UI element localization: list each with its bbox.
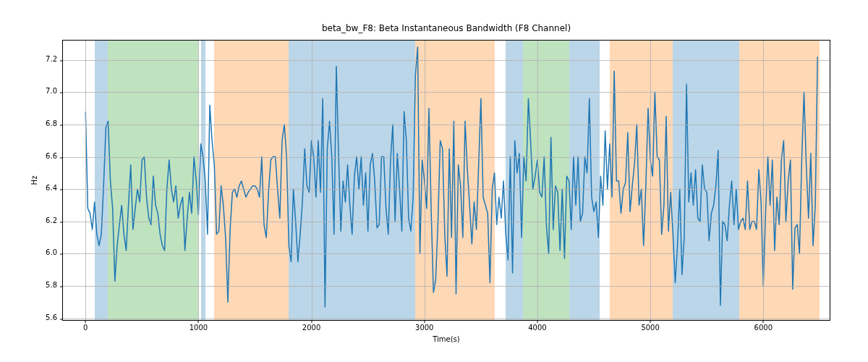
tick-mark-y (60, 319, 63, 319)
tick-mark-y (60, 190, 63, 190)
y-tick-label: 5.8 (46, 280, 57, 288)
plot-clip (63, 41, 830, 320)
x-tick-label: 3000 (415, 324, 433, 332)
grid-line-horizontal (63, 286, 830, 287)
y-tick-label: 7.0 (46, 87, 57, 95)
grid-line-vertical (198, 41, 199, 320)
grid-line-horizontal (63, 319, 830, 319)
grid-line-vertical (425, 41, 425, 320)
tick-mark-x (424, 320, 425, 323)
y-tick-label: 6.2 (46, 216, 57, 224)
y-tick-label: 6.4 (46, 184, 57, 192)
y-tick-label: 6.8 (46, 119, 57, 127)
plot-axes: 01000200030004000500060005.65.86.06.26.4… (62, 40, 830, 321)
tick-mark-y (60, 60, 63, 61)
grid-line-vertical (85, 41, 86, 320)
x-tick-label: 6000 (754, 324, 773, 332)
grid-line-vertical (312, 41, 312, 320)
grid-line-horizontal (63, 92, 830, 93)
series-line (85, 47, 817, 307)
grid-line-vertical (763, 41, 764, 320)
tick-mark-y (60, 157, 63, 158)
x-tick-label: 0 (83, 324, 88, 332)
x-tick-label: 2000 (302, 324, 320, 332)
x-tick-label: 4000 (528, 324, 546, 332)
tick-mark-x (650, 320, 651, 323)
tick-mark-y (60, 222, 63, 222)
y-tick-label: 5.6 (46, 313, 57, 321)
figure: 01000200030004000500060005.65.86.06.26.4… (0, 0, 868, 362)
y-tick-label: 7.2 (46, 54, 57, 62)
y-tick-label: 6.0 (46, 248, 57, 256)
tick-mark-y (60, 286, 63, 287)
tick-mark-y (60, 125, 63, 125)
grid-line-horizontal (63, 157, 830, 158)
x-tick-label: 5000 (641, 324, 659, 332)
grid-line-horizontal (63, 189, 830, 190)
chart-title: beta_bw_F8: Beta Instantaneous Bandwidth… (63, 23, 830, 33)
x-axis-label: Time(s) (63, 335, 830, 343)
tick-mark-y (60, 254, 63, 255)
tick-mark-x (85, 320, 86, 323)
tick-mark-x (537, 320, 537, 323)
tick-mark-y (60, 93, 63, 93)
y-tick-label: 6.6 (46, 151, 57, 159)
x-tick-label: 1000 (190, 324, 208, 332)
tick-mark-x (311, 320, 312, 323)
grid-line-horizontal (63, 125, 830, 125)
tick-mark-x (763, 320, 764, 323)
grid-line-horizontal (63, 60, 830, 61)
grid-line-horizontal (63, 222, 830, 222)
grid-line-horizontal (63, 253, 830, 254)
line-plot (63, 41, 830, 320)
grid-line-vertical (537, 41, 538, 320)
grid-line-vertical (650, 41, 651, 320)
y-axis-label: Hz (30, 176, 38, 185)
tick-mark-x (198, 320, 199, 323)
